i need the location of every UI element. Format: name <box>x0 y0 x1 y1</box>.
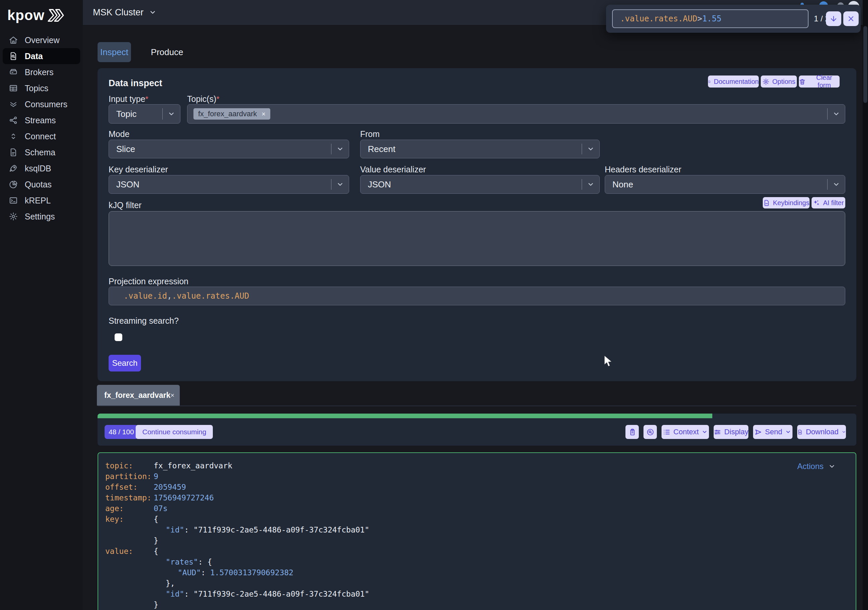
keybindings-label: Keybindings <box>773 199 809 207</box>
data-inspect-panel: Data inspect Documentation Options Clear… <box>98 68 856 381</box>
arrow-down-icon <box>829 15 838 23</box>
mode-select[interactable]: Slice <box>108 139 349 158</box>
mode-value: Slice <box>109 144 331 154</box>
ai-filter-button[interactable]: AI filter <box>812 197 845 209</box>
json-field-key: partition: <box>105 471 154 482</box>
find-close-button[interactable] <box>843 11 859 26</box>
record-result-panel: Actions topic:fx_forex_aardvarkpartition… <box>98 452 856 610</box>
sidebar-item-ksqldb[interactable]: ksqlDB <box>3 160 80 176</box>
tab-produce-label: Produce <box>151 47 183 57</box>
tab-inspect[interactable]: Inspect <box>98 42 131 62</box>
json-segment: 2059459 <box>154 483 186 491</box>
display-button[interactable]: Display <box>714 425 749 439</box>
sidebar-item-consumers[interactable]: Consumers <box>3 96 80 112</box>
options-button[interactable]: Options <box>761 76 797 88</box>
json-line: key:{ <box>105 514 849 525</box>
sidebar-item-overview[interactable]: Overview <box>3 32 80 48</box>
json-segment: : <box>198 557 208 566</box>
copy-button[interactable] <box>625 425 639 439</box>
from-value: Recent <box>361 144 582 154</box>
json-segment: { <box>208 557 212 566</box>
projection-label: Projection expression <box>108 277 188 286</box>
json-segment: : <box>201 568 210 577</box>
topic-chip[interactable]: fx_forex_aardvark × <box>194 108 270 119</box>
sidebar-item-krepl[interactable]: kREPL <box>3 192 80 209</box>
find-input[interactable]: .value.rates.AUD > 1.55 <box>612 9 809 28</box>
headers-deserializer-value: None <box>605 180 827 190</box>
keybindings-button[interactable]: Keybindings <box>763 197 809 209</box>
chevron-down-icon <box>332 145 349 153</box>
context-button[interactable]: Context <box>662 425 709 439</box>
kjq-filter-textarea[interactable] <box>108 211 845 266</box>
clear-form-label: Clear form <box>809 74 840 89</box>
progress-bar <box>98 413 856 418</box>
from-select[interactable]: Recent <box>360 139 600 158</box>
sidebar-item-brokers[interactable]: Brokers <box>3 64 80 80</box>
json-field-key: offset: <box>105 482 154 492</box>
clear-form-button[interactable]: Clear form <box>799 76 840 88</box>
projection-seg1: .value.id <box>124 291 167 301</box>
input-type-label: Input type* <box>108 94 148 104</box>
chevrons-down-icon <box>9 99 18 109</box>
sidebar-item-streams[interactable]: Streams <box>3 112 80 128</box>
search-button[interactable]: Search <box>108 355 141 372</box>
send-button[interactable]: Send <box>753 425 792 439</box>
sidebar-item-label: Consumers <box>25 99 68 109</box>
headers-deserializer-label: Headers deserializer <box>605 165 681 174</box>
sidebar-item-connect[interactable]: Connect <box>3 128 80 144</box>
pie-chart-icon <box>9 180 18 189</box>
sidebar-item-topics[interactable]: Topics <box>3 80 80 96</box>
file-text-icon <box>9 148 18 157</box>
tab-produce[interactable]: Produce <box>147 42 187 62</box>
projection-input[interactable]: .value.id, .value.rates.AUD <box>108 286 845 305</box>
scrollbar[interactable] <box>863 0 868 610</box>
json-line: "id": "711f939c-2ae5-4486-a09f-37c324fcb… <box>105 525 849 535</box>
mode-label: Mode <box>108 129 130 139</box>
streaming-search-checkbox[interactable] <box>115 333 122 341</box>
app-logo[interactable]: kpow <box>7 7 65 23</box>
search-records-button[interactable] <box>643 425 657 439</box>
json-field-key: topic: <box>105 460 154 471</box>
scrollbar-thumb[interactable] <box>863 26 867 103</box>
list-icon <box>663 428 671 436</box>
json-field-key <box>105 525 154 535</box>
topics-multiselect[interactable]: fx_forex_aardvark × <box>187 104 845 124</box>
cluster-selector[interactable]: MSK Cluster <box>93 0 157 25</box>
clipboard-icon <box>628 428 636 436</box>
sidebar-item-label: Topics <box>25 84 48 93</box>
find-query-path: .value.rates.AUD <box>620 14 697 23</box>
result-topic-tab[interactable]: fx_forex_aardvark × <box>97 385 180 406</box>
gear-icon <box>9 212 18 221</box>
projection-seg2: .value.rates.AUD <box>172 291 249 301</box>
tab-inspect-label: Inspect <box>100 47 128 57</box>
chip-remove-icon[interactable]: × <box>262 110 266 118</box>
sidebar-item-label: Overview <box>25 36 59 45</box>
sparkles-icon <box>813 200 820 206</box>
headers-deserializer-select[interactable]: None <box>605 175 845 194</box>
panel-title: Data inspect <box>108 78 163 88</box>
close-icon <box>847 15 855 23</box>
download-button[interactable]: Download <box>797 425 846 439</box>
input-type-select[interactable]: Topic <box>108 104 180 124</box>
sidebar-item-data[interactable]: Data <box>3 48 80 64</box>
sidebar: kpow OverviewDataBrokersTopicsConsumersS… <box>0 0 83 610</box>
table-icon <box>9 84 18 93</box>
value-deserializer-select[interactable]: JSON <box>360 175 600 194</box>
json-segment: "711f939c-2ae5-4486-a09f-37c324fcba01" <box>194 525 369 534</box>
tab-close-icon[interactable]: × <box>170 392 174 399</box>
documentation-button[interactable]: Documentation <box>708 76 759 88</box>
file-search-icon <box>9 51 18 61</box>
sidebar-nav: OverviewDataBrokersTopicsConsumersStream… <box>3 32 80 224</box>
json-segment: "id" <box>166 590 184 598</box>
sidebar-item-schema[interactable]: Schema <box>3 144 80 160</box>
sidebar-item-label: Settings <box>25 212 55 221</box>
find-next-button[interactable] <box>826 11 841 26</box>
json-field-key: age: <box>105 503 154 514</box>
chevron-down-icon <box>582 145 599 153</box>
key-deserializer-select[interactable]: JSON <box>108 175 349 194</box>
sidebar-item-settings[interactable]: Settings <box>3 209 80 224</box>
sidebar-item-quotas[interactable]: Quotas <box>3 176 80 192</box>
continue-consuming-button[interactable]: Continue consuming <box>136 425 213 439</box>
kpow-chevrons-icon <box>48 9 65 22</box>
tab-divider <box>98 406 856 406</box>
